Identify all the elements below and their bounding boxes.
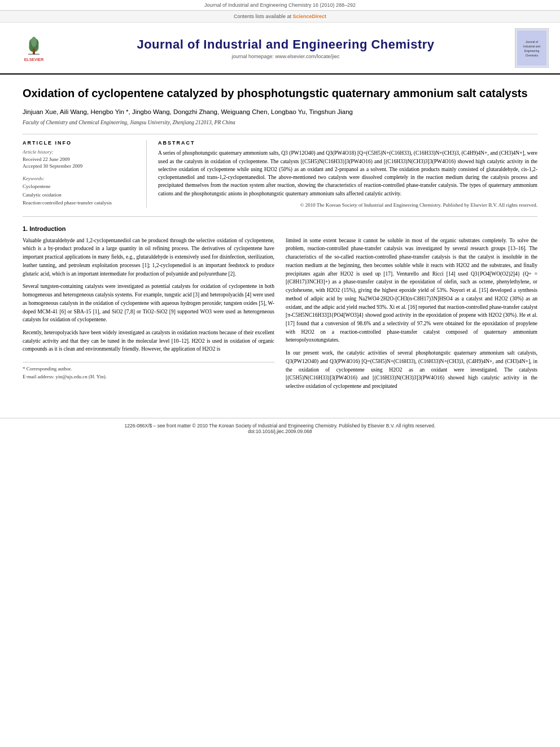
article-info-abstract: ARTICLE INFO Article history: Received 2…	[23, 134, 537, 208]
section-introduction: 1. Introduction Valuable glutaraldehyde …	[23, 225, 537, 395]
email-address: yin@ujs.edu.cn (H. Yin).	[55, 374, 106, 379]
journal-title: Journal of Industrial and Engineering Ch…	[68, 37, 504, 52]
journal-bar-text: Journal of Industrial and Engineering Ch…	[204, 2, 356, 8]
svg-text:Journal of: Journal of	[526, 40, 539, 43]
article-title: Oxidation of cyclopentene catalyzed by p…	[23, 86, 537, 101]
sciencedirect-link[interactable]: ScienceDirect	[293, 14, 327, 19]
svg-rect-8	[517, 30, 546, 65]
intro-para-3: Recently, heteropolyacids have been wide…	[23, 329, 274, 353]
intro-right-col: limited in some extent because it cannot…	[286, 237, 537, 395]
svg-text:Engineering: Engineering	[524, 49, 540, 53]
journal-title-block: Journal of Industrial and Engineering Ch…	[68, 37, 504, 59]
intro-para-2: Several tungsten-containing catalysts we…	[23, 282, 274, 324]
svg-point-3	[31, 37, 37, 47]
introduction-body: Valuable glutaraldehyde and 1,2-cyclopen…	[23, 237, 537, 395]
elsevier-logo: ELSEVIER	[11, 33, 56, 64]
journal-homepage: journal homepage: www.elsevier.com/locat…	[68, 54, 504, 59]
intro-para-1: Valuable glutaraldehyde and 1,2-cyclopen…	[23, 237, 274, 278]
abstract-col: ABSTRACT A series of phosphotungstic qua…	[158, 140, 537, 208]
accepted-date: Accepted 30 September 2009	[23, 163, 138, 169]
intro-left-col: Valuable glutaraldehyde and 1,2-cyclopen…	[23, 237, 274, 395]
svg-text:Industrial and: Industrial and	[523, 45, 540, 48]
keyword-2: Catalytic oxidation	[23, 191, 138, 199]
svg-text:Chemistry: Chemistry	[526, 54, 539, 57]
copyright-text: © 2010 The Korean Society of Industrial …	[158, 202, 537, 208]
received-date: Received 22 June 2009	[23, 156, 138, 162]
main-content: Oxidation of cyclopentene catalyzed by p…	[0, 75, 560, 407]
abstract-text: A series of phosphotungstic quaternary a…	[158, 149, 537, 198]
sciencedirect-bar: Contents lists available at ScienceDirec…	[0, 11, 560, 23]
journal-header: ELSEVIER Journal of Industrial and Engin…	[0, 23, 560, 75]
journal-bar: Journal of Industrial and Engineering Ch…	[0, 0, 560, 11]
email-note: E-mail address: yin@ujs.edu.cn (H. Yin).	[23, 373, 274, 381]
bottom-bar: 1226-086X/$ – see front matter © 2010 Th…	[0, 418, 560, 439]
intro-right-para-1: limited in some extent because it cannot…	[286, 237, 537, 344]
footnote-section: * Corresponding author. E-mail address: …	[23, 362, 274, 381]
authors-text: Jinjuan Xue, Aili Wang, Hengbo Yin *, Ji…	[23, 108, 353, 115]
doi-text: doi:10.1016/j.jiec.2009.09.068	[23, 429, 537, 434]
abstract-header: ABSTRACT	[158, 140, 537, 146]
intro-right-para-2: In our present work, the catalytic activ…	[286, 349, 537, 391]
sciencedirect-prefix: Contents lists available at	[234, 14, 293, 19]
email-label: E-mail address:	[23, 374, 54, 379]
article-info-col: ARTICLE INFO Article history: Received 2…	[23, 140, 147, 208]
journal-thumbnail: Journal of Industrial and Engineering Ch…	[515, 28, 549, 68]
svg-text:ELSEVIER: ELSEVIER	[24, 58, 44, 62]
corresponding-author-note: * Corresponding author.	[23, 365, 274, 373]
keywords-label: Keywords:	[23, 176, 138, 181]
article-info-header: ARTICLE INFO	[23, 140, 138, 146]
keywords-list: Cyclopentene Catalytic oxidation Reactio…	[23, 183, 138, 207]
copyright-bottom: 1226-086X/$ – see front matter © 2010 Th…	[23, 423, 537, 429]
article-history-label: Article history:	[23, 149, 138, 155]
section-1-title: 1. Introduction	[23, 225, 537, 232]
authors: Jinjuan Xue, Aili Wang, Hengbo Yin *, Ji…	[23, 107, 537, 117]
keyword-1: Cyclopentene	[23, 183, 138, 191]
section-divider	[23, 216, 537, 217]
svg-rect-4	[33, 49, 35, 54]
affiliation: Faculty of Chemistry and Chemical Engine…	[23, 120, 537, 125]
keyword-3: Reaction-controlled phase-transfer catal…	[23, 199, 138, 207]
abstract-body: A series of phosphotungstic quaternary a…	[158, 149, 537, 198]
